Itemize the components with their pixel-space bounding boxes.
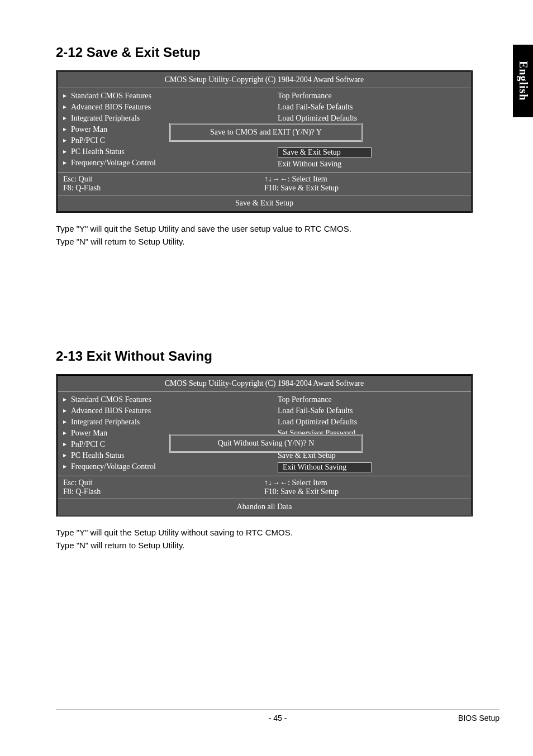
page-number: - 45 - bbox=[56, 714, 499, 722]
right-arrow-icon: ▸ bbox=[63, 103, 66, 111]
key-hint: F8: Q-Flash bbox=[63, 487, 264, 496]
confirm-dialog-quit[interactable]: Quit Without Saving (Y/N)? N bbox=[169, 434, 363, 453]
key-hint: F8: Q-Flash bbox=[63, 184, 264, 193]
menu-label: PC Health Status bbox=[71, 451, 125, 460]
right-arrow-icon: ▸ bbox=[63, 136, 66, 145]
confirm-dialog-save[interactable]: Save to CMOS and EXIT (Y/N)? Y bbox=[169, 123, 363, 142]
menu-item[interactable]: ▸Frequency/Voltage Control bbox=[71, 461, 259, 472]
menu-item[interactable]: ▸Advanced BIOS Features bbox=[71, 102, 259, 113]
bios-screen-save-exit: CMOS Setup Utility-Copyright (C) 1984-20… bbox=[56, 70, 473, 213]
menu-label: Integrated Peripherals bbox=[71, 114, 140, 122]
menu-item[interactable]: Exit Without Saving bbox=[278, 159, 465, 170]
menu-item[interactable]: ▸Advanced BIOS Features bbox=[71, 405, 259, 417]
menu-item[interactable]: Load Optimized Defaults bbox=[278, 417, 465, 428]
menu-label: Top Performance bbox=[278, 395, 332, 404]
menu-label: Advanced BIOS Features bbox=[71, 406, 151, 415]
instruction-text: Type "Y" will quit the Setup Utility wit… bbox=[56, 527, 499, 539]
menu-item[interactable]: Load Fail-Safe Defaults bbox=[278, 405, 465, 417]
menu-label: Standard CMOS Features bbox=[71, 92, 151, 100]
right-arrow-icon: ▸ bbox=[63, 92, 66, 100]
menu-label: Save & Exit Setup bbox=[278, 147, 372, 157]
right-arrow-icon: ▸ bbox=[63, 462, 66, 471]
right-arrow-icon: ▸ bbox=[63, 114, 66, 122]
right-arrow-icon: ▸ bbox=[63, 429, 66, 437]
menu-item-highlighted[interactable]: Exit Without Saving bbox=[278, 461, 465, 473]
menu-label: Exit Without Saving bbox=[278, 160, 341, 168]
menu-label: Load Optimized Defaults bbox=[278, 114, 357, 122]
menu-item[interactable]: Top Performance bbox=[278, 394, 465, 405]
right-arrow-icon: ▸ bbox=[63, 406, 66, 415]
bios-footer-hint: Save & Exit Setup bbox=[58, 195, 471, 211]
menu-label: Top Performance bbox=[278, 92, 332, 100]
right-arrow-icon: ▸ bbox=[63, 418, 66, 426]
bios-screen-exit-without-saving: CMOS Setup Utility-Copyright (C) 1984-20… bbox=[56, 374, 473, 516]
menu-item[interactable]: Load Fail-Safe Defaults bbox=[278, 102, 465, 113]
menu-label: Standard CMOS Features bbox=[71, 395, 151, 404]
right-arrow-icon: ▸ bbox=[63, 125, 66, 133]
right-arrow-icon: ▸ bbox=[63, 147, 66, 156]
menu-label: Load Fail-Safe Defaults bbox=[278, 103, 353, 111]
menu-label: Power Man bbox=[71, 429, 107, 437]
menu-item[interactable]: ▸Standard CMOS Features bbox=[71, 394, 259, 405]
menu-label: PnP/PCI C bbox=[71, 440, 105, 448]
key-hint: Esc: Quit bbox=[63, 175, 264, 184]
section-title-save-exit: 2-12 Save & Exit Setup bbox=[56, 45, 499, 60]
menu-item[interactable]: ▸Integrated Peripherals bbox=[71, 113, 259, 124]
right-arrow-icon: ▸ bbox=[63, 451, 66, 460]
menu-label: Frequency/Voltage Control bbox=[71, 159, 156, 167]
menu-item[interactable]: Top Performance bbox=[278, 90, 465, 102]
menu-label: Load Fail-Safe Defaults bbox=[278, 406, 353, 415]
menu-item[interactable]: Load Optimized Defaults bbox=[278, 113, 465, 124]
bios-title: CMOS Setup Utility-Copyright (C) 1984-20… bbox=[58, 376, 471, 391]
instruction-text: Type "N" will return to Setup Utility. bbox=[56, 236, 499, 248]
menu-item[interactable]: ▸Standard CMOS Features bbox=[71, 90, 259, 102]
menu-label: Power Man bbox=[71, 125, 107, 133]
bios-title: CMOS Setup Utility-Copyright (C) 1984-20… bbox=[58, 72, 471, 88]
instruction-text: Type "N" will return to Setup Utility. bbox=[56, 539, 499, 552]
menu-item[interactable]: ▸PC Health Status bbox=[71, 146, 259, 157]
key-hint: ↑↓→←: Select Item bbox=[264, 479, 465, 487]
menu-item[interactable]: ▸Integrated Peripherals bbox=[71, 417, 259, 428]
menu-label: Advanced BIOS Features bbox=[71, 103, 151, 111]
menu-label: Frequency/Voltage Control bbox=[71, 462, 156, 471]
right-arrow-icon: ▸ bbox=[63, 159, 66, 167]
menu-label: Load Optimized Defaults bbox=[278, 418, 357, 426]
menu-label: PC Health Status bbox=[71, 147, 125, 156]
menu-item-highlighted[interactable]: Save & Exit Setup bbox=[278, 146, 465, 159]
menu-label: PnP/PCI C bbox=[71, 136, 105, 145]
menu-label: Exit Without Saving bbox=[278, 462, 372, 472]
section-title-exit-without-saving: 2-13 Exit Without Saving bbox=[56, 348, 499, 364]
instruction-text: Type "Y" will quit the Setup Utility and… bbox=[56, 223, 499, 236]
right-arrow-icon: ▸ bbox=[63, 440, 66, 448]
key-hint: Esc: Quit bbox=[63, 479, 264, 487]
menu-item[interactable]: ▸Frequency/Voltage Control bbox=[71, 157, 259, 169]
bios-footer-hint: Abandon all Data bbox=[58, 499, 471, 515]
key-hint: F10: Save & Exit Setup bbox=[264, 184, 465, 193]
menu-label: Integrated Peripherals bbox=[71, 418, 140, 426]
key-hint: F10: Save & Exit Setup bbox=[264, 487, 465, 496]
language-tab: English bbox=[513, 45, 533, 117]
key-hint: ↑↓→←: Select Item bbox=[264, 175, 465, 184]
right-arrow-icon: ▸ bbox=[63, 395, 66, 404]
